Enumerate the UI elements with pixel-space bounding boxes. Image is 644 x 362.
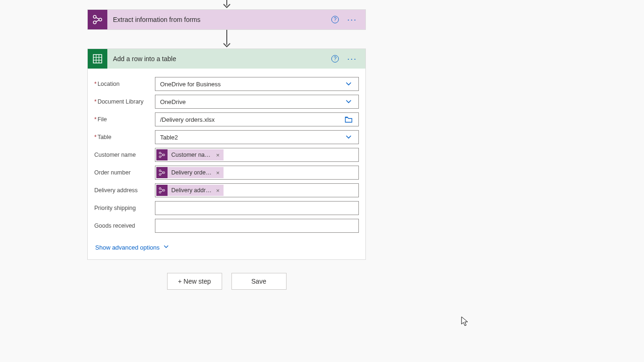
cursor-icon [461, 316, 469, 328]
ai-forms-icon [156, 167, 168, 178]
help-icon[interactable]: ? [331, 55, 339, 63]
chevron-down-icon [163, 244, 169, 251]
token-label: Delivery order … [171, 169, 212, 176]
token-order-number[interactable]: Delivery order … × [156, 167, 224, 178]
ai-forms-icon [88, 10, 107, 29]
svg-point-3 [99, 18, 102, 21]
chevron-down-icon [343, 98, 354, 105]
more-menu-icon[interactable]: ··· [347, 56, 357, 61]
svg-line-21 [161, 173, 163, 174]
step-extract-forms-title: Extract information from forms [107, 16, 331, 23]
help-icon[interactable]: ? [331, 16, 339, 23]
dropdown-table[interactable]: Table2 [155, 130, 359, 144]
more-menu-icon[interactable]: ··· [347, 17, 357, 22]
show-advanced-options-link[interactable]: Show advanced options [95, 244, 169, 251]
connector-arrow-top [87, 0, 366, 9]
svg-point-22 [159, 188, 161, 189]
token-remove-icon[interactable]: × [212, 169, 224, 176]
svg-point-13 [159, 156, 161, 158]
chevron-down-icon [343, 81, 354, 87]
step-add-row-title: Add a row into a table [107, 55, 331, 63]
svg-line-25 [161, 189, 163, 190]
input-delivery-address[interactable]: Delivery addre… × [155, 183, 359, 197]
input-goods-received[interactable] [155, 219, 359, 233]
svg-point-2 [93, 21, 96, 24]
input-priority-shipping[interactable] [155, 201, 359, 215]
ai-forms-icon [156, 149, 168, 160]
svg-line-16 [161, 155, 163, 156]
token-customer-name[interactable]: Customer nam… × [156, 149, 224, 160]
label-customer-name: Customer name [94, 152, 155, 158]
svg-point-12 [159, 152, 161, 154]
svg-point-19 [163, 172, 165, 174]
token-label: Delivery addre… [171, 187, 212, 194]
svg-point-14 [163, 154, 165, 156]
folder-icon[interactable] [343, 116, 354, 123]
svg-point-1 [93, 15, 96, 18]
ai-forms-icon [156, 185, 168, 196]
input-customer-name[interactable]: Customer nam… × [155, 148, 359, 162]
label-goods-received: Goods received [94, 223, 155, 229]
excel-icon [88, 49, 107, 69]
step-add-row-body: *Location OneDrive for Business *Documen… [88, 69, 365, 259]
dropdown-location[interactable]: OneDrive for Business [155, 77, 359, 91]
label-file: *File [94, 116, 155, 123]
label-priority-shipping: Priority shipping [94, 205, 155, 211]
flow-canvas[interactable]: Extract information from forms ? ··· [0, 0, 644, 362]
connector-arrow-1 [87, 30, 366, 49]
label-delivery-address: Delivery address [94, 187, 155, 194]
svg-line-4 [96, 18, 99, 20]
step-add-row-header[interactable]: Add a row into a table ? ··· [88, 49, 365, 69]
token-remove-icon[interactable]: × [212, 187, 224, 194]
token-label: Customer nam… [171, 152, 212, 158]
svg-point-23 [159, 191, 161, 193]
token-delivery-address[interactable]: Delivery addre… × [156, 185, 224, 196]
svg-line-20 [161, 171, 163, 172]
label-table: *Table [94, 134, 155, 140]
svg-line-15 [161, 153, 163, 154]
action-buttons: + New step Save [87, 273, 366, 290]
filepicker-file[interactable]: /Delivery orders.xlsx [155, 112, 359, 126]
label-location: *Location [94, 81, 155, 87]
dropdown-document-library[interactable]: OneDrive [155, 95, 359, 109]
svg-rect-7 [93, 55, 102, 63]
label-order-number: Order number [94, 169, 155, 176]
svg-point-18 [159, 174, 161, 175]
svg-point-17 [159, 170, 161, 172]
svg-line-26 [161, 191, 163, 192]
svg-point-24 [163, 189, 165, 191]
token-remove-icon[interactable]: × [212, 152, 224, 159]
svg-line-5 [96, 20, 99, 22]
new-step-button[interactable]: + New step [167, 273, 222, 290]
input-order-number[interactable]: Delivery order … × [155, 166, 359, 180]
step-add-row: Add a row into a table ? ··· *Location O… [87, 49, 366, 260]
step-extract-forms-header[interactable]: Extract information from forms ? ··· [88, 10, 365, 29]
step-extract-forms[interactable]: Extract information from forms ? ··· [87, 9, 366, 30]
chevron-down-icon [343, 134, 354, 140]
label-document-library: *Document Library [94, 98, 155, 105]
save-button[interactable]: Save [231, 273, 287, 290]
